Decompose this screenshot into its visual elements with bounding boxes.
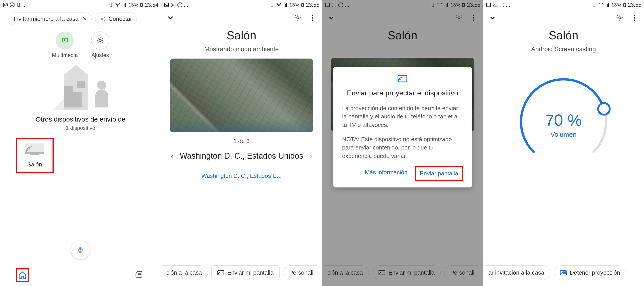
prev-arrow[interactable]: ‹ (168, 151, 177, 161)
svg-point-2 (6, 3, 7, 4)
device-card-label: Salón (27, 161, 42, 168)
photo-location-row: ‹ Washington D. C., Estados Unidos › (161, 148, 322, 164)
svg-point-31 (312, 17, 313, 18)
svg-point-55 (634, 20, 635, 21)
invite-chip-partial[interactable]: ción a la casa (163, 266, 208, 280)
ambient-photo[interactable] (170, 58, 313, 132)
device-header (483, 10, 644, 27)
svg-point-32 (312, 20, 313, 21)
next-arrow[interactable]: › (306, 151, 315, 161)
svg-rect-17 (25, 152, 44, 154)
mic-icon (76, 246, 84, 254)
action-chips-row[interactable]: ción a la casa Enviar mi pantalla Person… (161, 259, 322, 286)
volume-dial[interactable]: 70 % Volumen (510, 68, 617, 176)
more-vert-icon (308, 14, 317, 22)
settings-button[interactable]: Ajustes (91, 32, 109, 58)
invite-member-chip[interactable]: Invitar miembro a la casa ✕ (9, 12, 92, 25)
dialog-body-1: La proyección de contenido te permite en… (342, 104, 463, 129)
wifi-icon (276, 2, 282, 8)
chip-label: ar invitación a la casa (488, 269, 544, 276)
photo-link[interactable]: Washington D. C., Estados U... (161, 172, 322, 180)
overflow-menu[interactable] (308, 14, 317, 23)
device-title: Salón (161, 28, 322, 42)
svg-point-14 (99, 39, 101, 42)
cast-screen-button[interactable]: Enviar pantalla (415, 166, 463, 181)
battery-icon (300, 2, 304, 8)
device-subtitle: Mostrando modo ambiente (161, 46, 322, 53)
instagram-icon (170, 2, 176, 8)
quick-actions: Multimedia Ajustes (0, 32, 161, 58)
bottom-nav (0, 264, 161, 286)
vibrate-icon (269, 2, 275, 8)
stop-casting-chip[interactable]: Detener proyección (554, 266, 626, 280)
svg-point-10 (101, 18, 102, 20)
device-title: Salón (483, 28, 644, 42)
connect-chip[interactable]: Conectar (95, 12, 137, 25)
svg-point-12 (104, 20, 106, 21)
other-devices-title: Otros dispositivos de envío de (0, 116, 161, 123)
multimedia-button[interactable]: Multimedia (52, 32, 78, 58)
cast-icon (342, 75, 463, 83)
settings-label: Ajustes (92, 52, 109, 58)
status-left-icons: ... (3, 2, 27, 8)
screen-device: ... 13% 23:55 Salón Mostrando modo ambie… (161, 0, 322, 286)
wifi-icon (115, 2, 121, 8)
status-clock: 23:55 (628, 2, 641, 8)
back-button[interactable] (488, 14, 496, 23)
gear-icon (91, 32, 109, 50)
action-chips-row[interactable]: ar invitación a la casa Detener proyecci… (483, 259, 644, 286)
status-bar: ... 13% 23:55 (161, 0, 322, 10)
nav-home[interactable] (16, 268, 29, 282)
back-button[interactable] (166, 14, 174, 23)
cast-screen-chip[interactable]: Enviar mi pantalla (212, 266, 280, 280)
screen-home: ... 13% 23:54 Invitar miembro a la casa … (0, 0, 161, 286)
chip-label: Personali (289, 269, 313, 276)
invite-chip-partial[interactable]: ar invitación a la casa (485, 266, 550, 280)
wifi-icon (598, 2, 604, 8)
svg-point-30 (312, 15, 313, 16)
assistant-mic-fab[interactable] (71, 240, 90, 259)
status-left-icons: ... (164, 2, 188, 8)
svg-point-11 (104, 17, 106, 18)
svg-point-1 (4, 4, 6, 6)
close-icon[interactable]: ✕ (82, 16, 87, 22)
svg-rect-47 (486, 3, 490, 7)
battery-low-icon (16, 2, 21, 7)
chip-label: Enviar mi pantalla (227, 269, 274, 276)
instagram-icon (499, 2, 504, 8)
personalize-chip-partial[interactable]: Personali (283, 266, 316, 280)
status-right: 13% 23:55 (269, 2, 319, 8)
dialog-title: Enviar para proyectar el dispositivo (342, 88, 463, 98)
svg-rect-18 (80, 247, 82, 251)
gear-icon (294, 14, 302, 22)
svg-rect-50 (593, 3, 595, 7)
overflow-menu[interactable] (630, 14, 639, 23)
svg-rect-6 (110, 3, 112, 7)
photo-location: Washington D. C., Estados Unidos (177, 151, 306, 161)
status-clock: 23:55 (306, 2, 319, 8)
svg-rect-58 (563, 271, 566, 274)
status-bar: ... 13% 23:54 (0, 0, 161, 10)
instagram-icon (3, 2, 8, 8)
dialog-actions: Más información Enviar pantalla (342, 166, 463, 181)
battery-icon (140, 2, 144, 8)
feed-icon (134, 271, 143, 279)
svg-point-3 (10, 3, 14, 7)
svg-point-52 (619, 17, 621, 19)
battery-pct: 13% (128, 2, 138, 8)
whatsapp-icon (10, 2, 15, 8)
dialog-body-2: NOTA: Este dispositivo no está optimizad… (342, 135, 463, 160)
more-info-button[interactable]: Más información (361, 166, 411, 181)
device-card-salon[interactable]: Salón (16, 138, 54, 173)
chevron-down-icon (488, 14, 496, 22)
network-icon (100, 16, 106, 22)
nav-feed[interactable] (132, 268, 146, 282)
device-settings-button[interactable] (294, 14, 302, 23)
chevron-down-icon (166, 14, 174, 22)
svg-point-7 (118, 6, 118, 7)
device-settings-button[interactable] (616, 14, 624, 23)
svg-point-54 (634, 17, 635, 18)
svg-point-46 (398, 81, 400, 82)
screen-casting: ... 13% 23:55 Salón Android Screen casti… (483, 0, 644, 286)
chip-label: Invitar miembro a la casa (14, 16, 78, 22)
